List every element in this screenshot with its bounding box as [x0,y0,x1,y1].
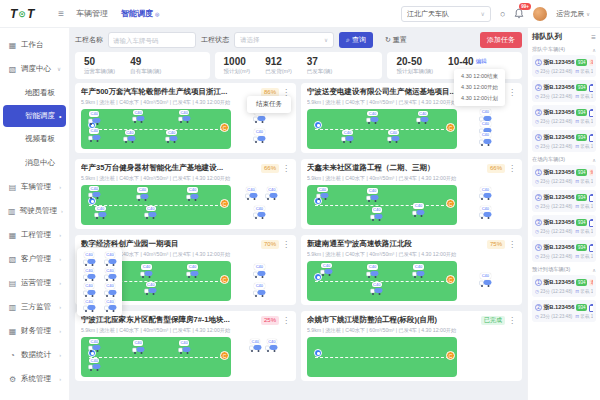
sidebar-item[interactable]: 视频看板 [0,127,69,151]
more-menu-icon[interactable]: ⋮ [282,240,290,249]
queue-item[interactable]: 3 浙B.123456 934 ◷ 23分 (12:23:48) [532,215,596,237]
queue-item[interactable]: 1 浙B.123456 934 卸(3m³) ◷ 23分 (12:2 [532,165,596,187]
project-card[interactable]: 余姚市下姚江堤防整治工程(标段)(自用) 已完成 ⋮ 5.9km | 浇注桩 |… [301,311,522,381]
queue-item[interactable]: 4 浙B.123456 934 ◷ 23分 (12:23:48) [532,240,596,262]
queue-item[interactable]: 4 浙B.123456 934 ◷ 23分 (12:23:48) [532,130,596,152]
project-status-select[interactable]: 请选择 ∨ [234,32,334,48]
sidebar-item[interactable]: ▦ 工程管理 › [0,223,69,247]
user-menu[interactable]: 运营元辰 ∨ [556,9,590,19]
project-card[interactable]: 数字经济科创产业园一期项目 70% ⋮ 5.9km | 浇注桩 | C40水下 … [75,235,296,305]
copy-icon[interactable] [589,219,593,227]
waiting-truck-icon[interactable]: C40 [244,187,258,201]
sidebar-item[interactable]: 地图看板 [0,81,69,105]
truck-icon[interactable]: C40 [412,203,426,217]
sidebar-item[interactable]: ▥ 三方监管 › [0,295,69,319]
project-card[interactable]: 年产35万台健身器材智能化生产基地建设... 66% ⋮ 5.9km | 浇注桩… [75,159,296,229]
search-button[interactable]: ⌕ 查询 [339,32,373,48]
truck-icon[interactable]: C40 [87,111,101,125]
truck-icon[interactable]: C40 [340,130,354,144]
fleet-select[interactable]: 江北广天车队 ∨ [401,6,491,22]
copy-icon[interactable] [589,194,593,202]
schedule-popup-row[interactable]: 4.30 12:00开始 [454,82,505,93]
waiting-truck-icon[interactable]: C40 [265,187,279,201]
schedule-popup-row[interactable]: 4.30 12:00结束 [454,71,505,82]
sidebar-item[interactable]: ▥ 驾驶员管理 › [0,199,69,223]
truck-icon[interactable]: C40 [366,264,380,278]
waiting-truck-icon[interactable]: C40 [252,283,266,297]
avatar[interactable] [533,7,547,21]
sidebar-item[interactable]: ▤ 车辆管理 › [0,175,69,199]
truck-icon[interactable]: C40 [87,358,101,372]
more-menu-icon[interactable]: ⋮ [508,316,516,325]
sidebar-item[interactable]: ▦ 财务管理 › [0,319,69,343]
truck-icon[interactable]: C40 [87,186,101,200]
notifications[interactable]: 99+ [514,8,524,19]
truck-icon[interactable]: C40 [103,299,117,313]
truck-icon[interactable]: C40 [366,111,380,125]
sidebar-item[interactable]: 智能调度 • [3,105,66,127]
schedule-popup[interactable]: 4.30 12:00结束 4.30 12:00开始 4.30 12:00计划 [454,69,505,106]
schedule-popup-row[interactable]: 4.30 12:00计划 [454,93,505,104]
queue-item[interactable]: 2 浙B.123456 934 ◷ 23分 (12:23:48) [532,80,596,102]
truck-icon[interactable]: C40 [82,252,96,266]
sidebar-item[interactable]: ◔ 数据统计 › [0,343,69,367]
queue-item[interactable]: 2 浙B.123456 934 ◷ 23分 (12:23:48) [532,190,596,212]
waiting-truck-icon[interactable]: C40 [478,132,492,146]
waiting-truck-icon[interactable]: C40 [252,264,266,278]
truck-icon[interactable]: C40 [177,340,191,354]
collapse-menu-icon[interactable]: ≡ [58,8,64,19]
queue-section-header[interactable]: 在场内车辆(3) ∧ [532,156,596,163]
truck-icon[interactable]: C40 [177,110,191,124]
topbar-tab[interactable]: 智能调度 ◎ [121,8,159,19]
truck-icon[interactable]: C40 [186,187,200,201]
truck-icon[interactable]: C40 [123,130,137,144]
waiting-truck-icon[interactable]: C40 [252,206,266,220]
truck-icon[interactable]: C40 [103,283,117,297]
copy-icon[interactable] [589,304,593,312]
queue-section-header[interactable]: 排队中车辆(4) ∧ [532,46,596,53]
truck-icon[interactable]: C40 [82,299,96,313]
sidebar-item[interactable]: ⚙ 系统管理 › [0,367,69,391]
copy-icon[interactable] [589,84,593,92]
truck-icon[interactable]: C40 [386,130,400,144]
queue-filter-icon[interactable]: ≡ [591,33,596,42]
topbar-tab[interactable]: 车辆管理 [76,8,108,19]
project-name-input[interactable] [108,32,196,48]
fullscreen-icon[interactable]: ○ [500,9,505,19]
truck-icon[interactable]: C40 [320,263,334,277]
waiting-truck-icon[interactable]: C40 [478,273,492,287]
waiting-truck-icon[interactable]: C40 [252,129,266,143]
waiting-truck-icon[interactable]: C40 [265,339,279,353]
queue-item[interactable]: 3 浙B.123456 934 ◷ 23分 (12:23:48) [532,105,596,127]
more-menu-icon[interactable]: ⋮ [508,164,516,173]
waiting-truck-icon[interactable]: C40 [478,206,492,220]
project-card[interactable]: 天鑫未来社区道路工程（二期、三期） 66% ⋮ 5.9km | 浇注桩 | C4… [301,159,522,229]
copy-icon[interactable] [589,134,593,142]
truck-icon[interactable]: C40 [135,187,149,201]
edit-link[interactable]: 编辑 [476,58,487,65]
reset-button[interactable]: ↻ 重置 [378,32,414,48]
copy-icon[interactable] [589,244,593,252]
waiting-truck-icon[interactable]: C40 [248,339,262,353]
sidebar-item[interactable]: ▤ 运营管理 › [0,271,69,295]
truck-icon[interactable]: C40 [82,283,96,297]
truck-icon[interactable]: C40 [370,282,384,296]
sidebar-item[interactable]: ▧ 调度中心 ∨ [0,57,69,81]
truck-icon[interactable]: C40 [131,110,145,124]
project-card[interactable]: 年产500万套汽车轮毂部件生产线项目浙江... 86% ⋮ 结束任务 5.9km… [75,83,296,153]
project-card[interactable]: 新建南通至宁波高速铁路江北段 75% ⋮ 5.9km | 浇注桩 | C40水下… [301,235,522,305]
truck-icon[interactable]: C40 [144,282,158,296]
truck-icon[interactable]: C40 [165,130,179,144]
more-menu-icon[interactable]: ⋮ [282,164,290,173]
truck-icon[interactable]: C40 [140,264,154,278]
truck-icon[interactable]: C40 [370,207,384,221]
sidebar-item[interactable]: ▧ 客户管理 › [0,247,69,271]
collapse-icon[interactable]: ∧ [592,267,596,273]
truck-icon[interactable]: C40 [412,264,426,278]
queue-item[interactable]: 2 浙B.123456 934 ◷ 23分 (12:23:48) [532,300,596,322]
collapse-icon[interactable]: ∧ [592,47,596,53]
truck-icon[interactable]: C40 [87,339,101,353]
add-task-button[interactable]: 添加任务 [480,32,522,48]
sidebar-item[interactable]: ▦ 工作台 [0,33,69,57]
truck-icon[interactable]: C40 [87,128,101,142]
